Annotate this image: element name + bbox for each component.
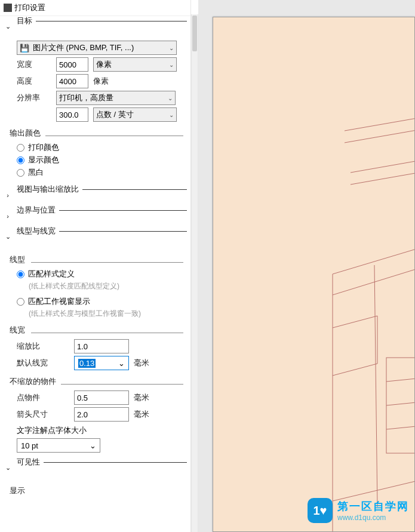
settings-panel: 打印设置 ⌄ 目标 💾 图片文件 (PNG, BMP, TIF, ...) ⌄ … [0,0,191,532]
section-target-header[interactable]: ⌄ 目标 [0,16,190,37]
watermark-text-cn: 第一区自学网 [337,499,409,513]
svg-line-7 [386,399,415,405]
linetype-header: 线型 [10,254,183,265]
section-bounds-title: 边界与位置 [17,205,59,214]
radio-printer-color[interactable] [17,144,24,152]
section-bounds-header[interactable]: › 边界与位置 [0,205,190,226]
chevron-down-icon: ⌄ [118,359,125,368]
color-radio-bw[interactable]: 黑白 [17,167,183,178]
destination-value: 图片文件 (PNG, BMP, TIF, ...) [33,42,134,53]
chevron-down-icon: ⌄ [4,23,12,30]
display-header: 显示 [10,485,183,496]
width-input[interactable] [56,57,88,72]
section-lines-body: 线型 匹配样式定义 (纸上样式长度匹配线型定义) 匹配工作视窗显示 (纸上样式长… [0,247,190,457]
width-label: 宽度 [17,59,51,70]
linewidth-header: 线宽 [10,325,183,336]
svg-line-2 [374,265,377,507]
default-linewidth-combo[interactable]: 0.13 ⌄ [74,356,129,370]
svg-rect-4 [386,358,415,453]
save-icon: 💾 [20,44,29,53]
radio-bw-label: 黑白 [28,167,44,178]
section-visibility-body: 显示 [0,478,190,503]
preview-page [213,17,415,532]
section-visibility-header[interactable]: ⌄ 可见性 [0,457,190,478]
chevron-down-icon: ⌄ [168,95,173,102]
chevron-down-icon: ⌄ [4,464,12,472]
app-icon [4,4,12,12]
print-preview [198,0,415,532]
wireframe-drawing [213,17,415,532]
radio-bw[interactable] [17,169,24,177]
height-input[interactable] [56,74,88,88]
destination-combo[interactable]: 💾 图片文件 (PNG, BMP, TIF, ...) ⌄ [17,41,177,55]
point-size-unit: 毫米 [134,392,149,403]
watermark-url: www.d1qu.com [337,513,409,522]
section-viewscale-header[interactable]: › 视图与输出缩放比 [0,184,190,205]
radio-match-view-label: 匹配工作视窗显示 [28,296,90,307]
section-target-body: 💾 图片文件 (PNG, BMP, TIF, ...) ⌄ 宽度 像素 ⌄ 高度… [0,37,190,184]
font-size-combo[interactable]: 10 pt ⌄ [17,438,100,453]
point-size-input[interactable] [74,390,129,405]
chevron-down-icon: ⌄ [4,233,12,241]
scale-input[interactable] [74,339,129,353]
panel-scrollbar[interactable] [191,14,198,532]
watermark-logo-icon: 1♥ [308,498,333,523]
watermark: 1♥ 第一区自学网 www.d1qu.com [308,498,409,523]
resolution-unit-value: 点数 / 英寸 [96,109,134,120]
arrow-size-label: 箭头尺寸 [17,409,69,420]
radio-printer-label: 打印颜色 [28,142,59,153]
resolution-quality-value: 打印机，高质量 [59,93,113,103]
window-titlebar: 打印设置 [0,0,190,16]
font-size-value: 10 pt [21,441,38,450]
radio-display-label: 显示颜色 [28,155,59,165]
noscale-header: 不缩放的物件 [10,376,183,387]
color-radio-display[interactable]: 显示颜色 [17,155,183,165]
window-title: 打印设置 [14,2,45,13]
radio-match-style-label: 匹配样式定义 [28,269,75,279]
resolution-label: 分辨率 [17,93,51,103]
default-linewidth-value: 0.13 [78,359,96,368]
linetype-radio-view[interactable]: 匹配工作视窗显示 [17,296,183,307]
chevron-down-icon: ⌄ [90,441,96,450]
arrow-size-unit: 毫米 [134,409,149,420]
scrollbar-thumb[interactable] [192,16,197,51]
color-radio-printer[interactable]: 打印颜色 [17,142,183,153]
radio-display-color[interactable] [17,156,24,164]
radio-match-style[interactable] [17,270,24,278]
width-unit-label: 像素 [96,59,112,70]
section-visibility-title: 可见性 [17,457,44,466]
section-lines-header[interactable]: ⌄ 线型与线宽 [0,226,190,247]
section-target-title: 目标 [17,16,36,25]
scale-label: 缩放比 [17,341,69,352]
arrow-size-input[interactable] [74,407,129,422]
chevron-down-icon: ⌄ [169,45,174,51]
chevron-down-icon: ⌄ [169,112,174,118]
section-viewscale-title: 视图与输出缩放比 [17,184,82,193]
radio-match-view[interactable] [17,298,24,306]
chevron-right-icon: › [4,213,12,220]
height-label: 高度 [17,76,51,87]
chevron-down-icon: ⌄ [169,61,174,68]
svg-line-6 [386,376,415,382]
resolution-quality-combo[interactable]: 打印机，高质量 ⌄ [56,91,176,105]
resolution-input[interactable] [56,107,88,122]
width-unit-combo[interactable]: 像素 ⌄ [93,57,177,72]
section-lines-title: 线型与线宽 [17,226,59,235]
default-linewidth-unit: 毫米 [134,358,149,368]
linetype-radio-style[interactable]: 匹配样式定义 [17,269,183,279]
svg-line-8 [386,423,415,429]
point-size-label: 点物件 [17,392,69,403]
output-color-header: 输出颜色 [10,128,183,139]
default-linewidth-label: 默认线宽 [17,358,69,368]
font-size-label: 文字注解点字体大小 [17,425,183,436]
match-style-hint: (纸上样式长度匹配线型定义) [29,281,183,291]
match-view-hint: (纸上样式长度与模型工作视窗一致) [29,309,183,319]
chevron-right-icon: › [4,192,12,199]
height-unit: 像素 [93,76,109,87]
resolution-unit-combo[interactable]: 点数 / 英寸 ⌄ [93,107,177,122]
